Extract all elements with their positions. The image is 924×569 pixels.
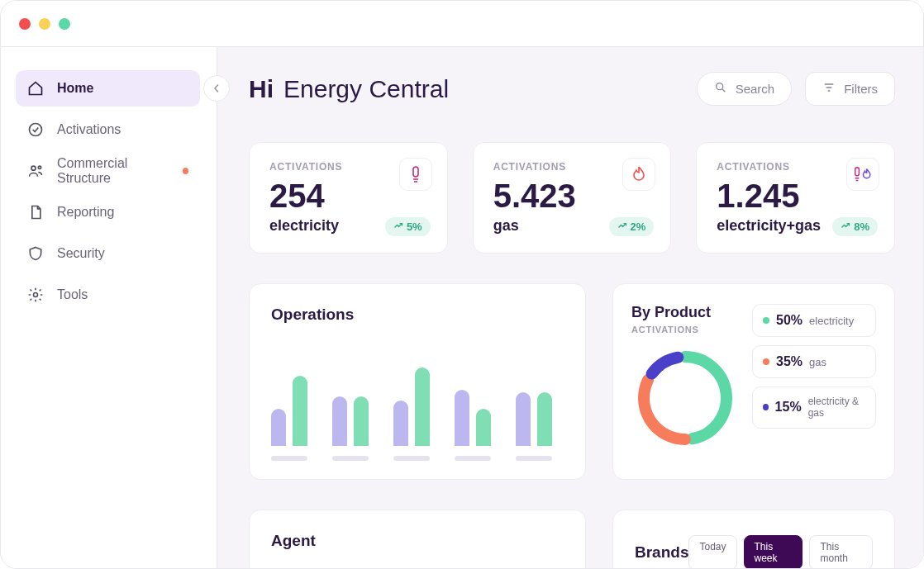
legend-item-gas[interactable]: 35% gas [752,345,876,378]
window-maximize-icon[interactable] [59,18,70,30]
by-product-title: By Product [631,304,739,321]
legend-dot-icon [763,358,769,365]
sidebar-item-security[interactable]: Security [16,235,200,272]
trend-badge: 5% [385,217,431,236]
trend-up-icon [841,220,850,233]
collapse-sidebar-button[interactable] [203,75,230,102]
legend-pct: 50% [776,313,803,328]
sidebar-item-tools[interactable]: Tools [16,277,200,313]
sidebar-item-commercial-structure[interactable]: Commercial Structure [16,153,200,189]
check-circle-icon [27,121,44,138]
stat-card-gas[interactable]: ACTIVATIONS 5.423 gas 2% [473,142,672,254]
trend-badge: 8% [832,217,878,236]
filters-button[interactable]: Filters [805,72,895,106]
by-product-subtitle: ACTIVATIONS [631,325,739,334]
time-tab-this-month[interactable]: This month [809,535,873,568]
svg-rect-5 [413,167,418,177]
stat-card-combo[interactable]: ACTIVATIONS 1.245 electricity+gas 8% [696,142,895,254]
sidebar-item-label: Tools [57,287,88,302]
legend-pct: 15% [775,400,802,415]
donut-chart [631,344,739,455]
trend-badge: 2% [609,217,655,236]
trend-up-icon [617,220,627,233]
flame-icon [622,158,655,191]
svg-point-3 [34,293,38,297]
sidebar-item-label: Security [57,246,105,261]
brands-title: Brands [635,543,688,562]
indicator-dot-icon [183,168,188,174]
sidebar-item-label: Commercial Structure [57,156,169,186]
legend-pct: 35% [776,354,803,369]
sidebar-item-label: Reporting [57,205,114,220]
search-button[interactable]: Search [697,72,793,106]
trend-up-icon [393,220,403,233]
window-minimize-icon[interactable] [39,18,50,30]
document-icon [27,204,44,220]
page-title: HiEnergy Central [249,75,449,103]
gear-icon [27,287,44,303]
time-tab-today[interactable]: Today [688,535,736,568]
svg-point-0 [30,124,42,136]
brands-card: Brands TodayThis weekThis month [612,510,895,568]
sidebar-item-activations[interactable]: Activations [16,111,200,148]
sidebar-item-home[interactable]: Home [16,70,200,107]
window-close-icon[interactable] [19,18,31,30]
by-product-card: By Product ACTIVATIONS 50% electricity [612,283,895,480]
search-icon [714,81,727,97]
operations-title: Operations [271,306,564,324]
legend-label: electricity & gas [808,396,865,420]
shield-icon [27,245,44,262]
legend-dot-icon [763,317,769,324]
svg-rect-6 [855,168,860,176]
operations-chart-labels [271,456,564,461]
sidebar-item-reporting[interactable]: Reporting [16,194,200,230]
bulb-icon [399,158,432,191]
filters-label: Filters [844,82,878,96]
operations-chart [271,347,564,446]
legend-item-electricity[interactable]: 50% electricity [752,304,876,337]
org-icon [27,163,44,179]
legend-item-combo[interactable]: 15% electricity & gas [752,386,876,429]
legend-dot-icon [763,404,769,410]
legend-label: electricity [809,315,854,327]
search-label: Search [736,82,775,96]
window-titlebar [1,1,923,47]
svg-point-4 [716,83,722,90]
home-icon [27,80,44,97]
legend-label: gas [809,356,826,368]
sidebar: Home Activations Commercial Structure [1,47,217,568]
agent-title: Agent [271,532,564,550]
svg-point-1 [31,166,36,170]
stat-card-electricity[interactable]: ACTIVATIONS 254 electricity 5% [249,142,448,254]
filter-icon [822,81,836,97]
svg-point-2 [38,166,40,168]
sidebar-item-label: Home [57,81,93,96]
combo-icon [846,158,879,191]
agent-card: Agent [249,510,586,568]
sidebar-item-label: Activations [57,122,121,137]
time-tab-this-week[interactable]: This week [744,535,803,568]
operations-card: Operations [249,283,586,480]
